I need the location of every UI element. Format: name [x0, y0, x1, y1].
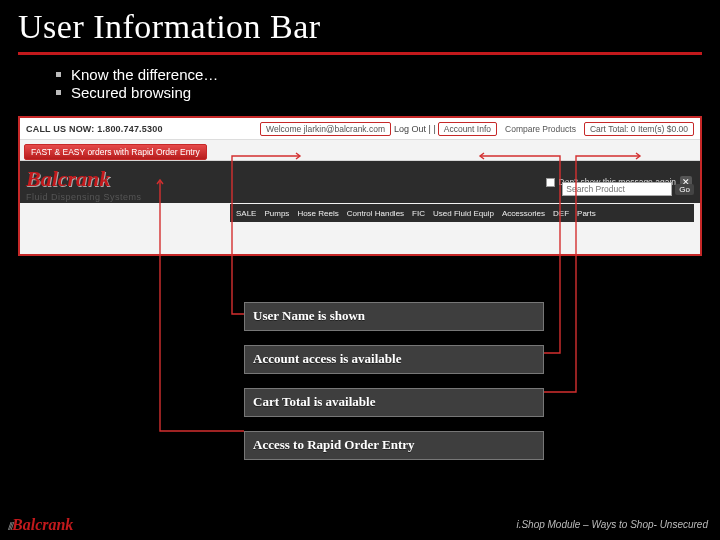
brand-logo: Balcrank: [26, 168, 142, 190]
search-input[interactable]: [562, 182, 672, 196]
brand-tagline: Fluid Dispensing Systems: [26, 192, 142, 202]
bullet-text: Know the difference…: [71, 66, 218, 83]
nav-item-control-handles[interactable]: Control Handles: [347, 209, 404, 218]
nav-item-hose-reels[interactable]: Hose Reels: [297, 209, 338, 218]
brand-block: Balcrank Fluid Dispensing Systems: [26, 168, 142, 202]
bullet-item: Secured browsing: [56, 84, 720, 101]
callout-rapid-order: Access to Rapid Order Entry: [244, 431, 544, 460]
nav-item-parts[interactable]: Parts: [577, 209, 596, 218]
callout-user-name: User Name is shown: [244, 302, 544, 331]
nav-item-sale[interactable]: SALE: [236, 209, 256, 218]
callout-labels: User Name is shown Account access is ava…: [244, 302, 544, 474]
embedded-screenshot: CALL US NOW: 1.800.747.5300 Welcome jlar…: [18, 116, 702, 256]
cart-total-box[interactable]: Cart Total: 0 Item(s) $0.00: [584, 122, 694, 136]
go-button[interactable]: Go: [675, 184, 694, 195]
slide-title: User Information Bar: [18, 8, 702, 46]
compare-products-link[interactable]: Compare Products: [505, 124, 576, 134]
welcome-user-box: Welcome jlarkin@balcrank.com: [260, 122, 391, 136]
callout-account-access: Account access is available: [244, 345, 544, 374]
bullet-item: Know the difference…: [56, 66, 720, 83]
nav-item-accessories[interactable]: Accessories: [502, 209, 545, 218]
call-us-text: CALL US NOW: 1.800.747.5300: [20, 124, 163, 134]
callout-cart-total: Cart Total is available: [244, 388, 544, 417]
bullet-list: Know the difference… Secured browsing: [0, 55, 720, 110]
account-info-box[interactable]: Account Info: [438, 122, 497, 136]
bullet-text: Secured browsing: [71, 84, 191, 101]
user-info-bar: CALL US NOW: 1.800.747.5300 Welcome jlar…: [20, 118, 700, 140]
nav-item-used-fluid[interactable]: Used Fluid Equip: [433, 209, 494, 218]
nav-item-pumps[interactable]: Pumps: [264, 209, 289, 218]
dont-show-checkbox[interactable]: [546, 178, 555, 187]
nav-menu: SALE Pumps Hose Reels Control Handles FI…: [230, 204, 694, 222]
bullet-icon: [56, 90, 61, 95]
footer-caption: i.Shop Module – Ways to Shop- Unsecured: [516, 519, 708, 530]
logout-link[interactable]: Log Out | |: [394, 124, 436, 134]
search-row: Go: [562, 182, 694, 196]
nav-item-def[interactable]: DEF: [553, 209, 569, 218]
title-rule: [18, 52, 702, 55]
nav-item-fic[interactable]: FIC: [412, 209, 425, 218]
rapid-order-promo[interactable]: FAST & EASY orders with Rapid Order Entr…: [24, 144, 207, 160]
bullet-icon: [56, 72, 61, 77]
footer-brand-logo: ///Balcrank: [8, 516, 73, 534]
